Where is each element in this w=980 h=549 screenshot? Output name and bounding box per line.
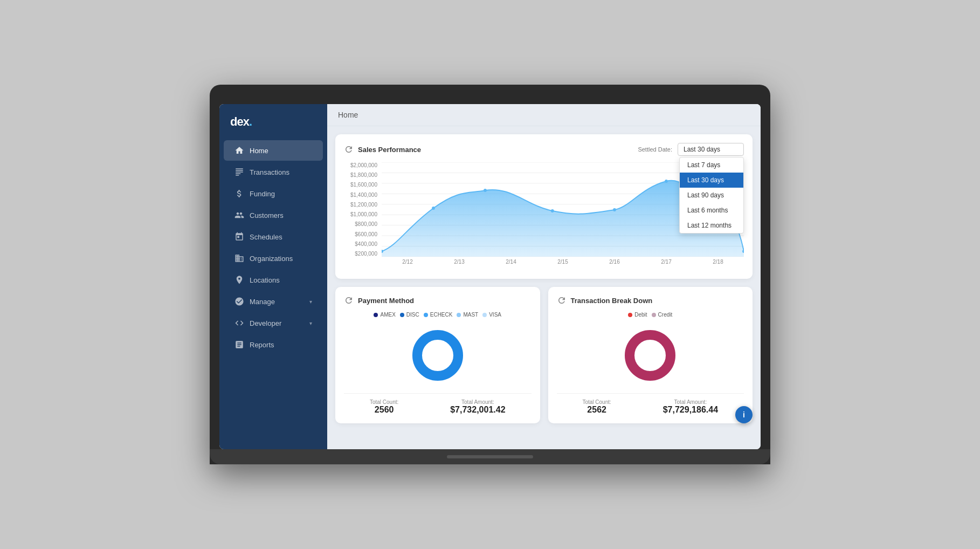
content-area: Sales Performance Settled Date: Last 7 d… bbox=[327, 126, 761, 431]
transaction-stats: Total Count: 2562 Total Amount: $7,729,1… bbox=[557, 393, 744, 415]
legend-dot-mast bbox=[457, 313, 461, 317]
y-label-5: $1,000,000 bbox=[350, 211, 377, 217]
manage-arrow: ▾ bbox=[309, 299, 312, 305]
sidebar-item-funding[interactable]: Funding bbox=[224, 183, 323, 204]
developer-icon bbox=[234, 318, 244, 328]
payment-title-row: Payment Method bbox=[344, 296, 414, 305]
sales-performance-card: Sales Performance Settled Date: Last 7 d… bbox=[335, 134, 753, 279]
y-label-4: $1,200,000 bbox=[350, 202, 377, 208]
y-label-9: $200,000 bbox=[355, 251, 377, 257]
sales-card-header: Sales Performance Settled Date: Last 7 d… bbox=[344, 143, 744, 156]
sidebar-item-developer[interactable]: Developer ▾ bbox=[224, 313, 323, 333]
sidebar-item-locations[interactable]: Locations bbox=[224, 270, 323, 290]
laptop-notch bbox=[441, 94, 539, 104]
data-point-5 bbox=[665, 180, 668, 183]
payment-amount-value: $7,732,001.42 bbox=[450, 405, 505, 415]
x-label-6: 2/18 bbox=[692, 259, 744, 265]
x-label-5: 2/17 bbox=[640, 259, 692, 265]
legend-mast: MAST bbox=[457, 312, 478, 318]
sidebar-label-customers: Customers bbox=[250, 211, 284, 219]
sidebar-item-transactions[interactable]: Transactions bbox=[224, 162, 323, 182]
transaction-count-stat: Total Count: 2562 bbox=[582, 399, 611, 415]
payment-legend: AMEX DISC ECHECK bbox=[344, 312, 532, 318]
dropdown-item-12months[interactable]: Last 12 months bbox=[680, 218, 743, 233]
manage-icon bbox=[234, 297, 244, 306]
payment-stats: Total Count: 2560 Total Amount: $7,732,0… bbox=[344, 393, 532, 415]
breadcrumb: Home bbox=[338, 111, 358, 119]
payment-refresh-icon bbox=[344, 296, 354, 305]
legend-visa: VISA bbox=[482, 312, 501, 318]
legend-dot-disc bbox=[400, 313, 404, 317]
transaction-amount-value: $7,729,186.44 bbox=[663, 405, 718, 415]
locations-icon bbox=[234, 275, 244, 285]
legend-label-visa: VISA bbox=[489, 312, 501, 318]
data-point-2 bbox=[484, 189, 487, 192]
sidebar-item-home[interactable]: Home bbox=[224, 140, 323, 161]
logo-dot: . bbox=[249, 115, 252, 128]
transaction-count-value: 2562 bbox=[582, 405, 611, 415]
x-label-0: 2/12 bbox=[382, 259, 433, 265]
sidebar-nav: Home Transactions Funding Customers bbox=[219, 140, 327, 449]
sidebar-label-funding: Funding bbox=[250, 190, 275, 198]
sidebar-label-schedules: Schedules bbox=[250, 233, 282, 241]
payment-amount-stat: Total Amount: $7,732,001.42 bbox=[450, 399, 505, 415]
legend-label-mast: MAST bbox=[463, 312, 478, 318]
y-label-7: $600,000 bbox=[355, 231, 377, 237]
dropdown-item-6months[interactable]: Last 6 months bbox=[680, 203, 743, 218]
legend-label-disc: DISC bbox=[406, 312, 419, 318]
sidebar: dex. Home Transactions Funding bbox=[219, 104, 327, 449]
y-label-2: $1,600,000 bbox=[350, 182, 377, 188]
data-point-4 bbox=[613, 208, 616, 211]
transaction-refresh-icon bbox=[557, 296, 567, 305]
legend-dot-visa bbox=[482, 313, 487, 317]
logo: dex. bbox=[219, 109, 327, 140]
data-point-1 bbox=[432, 207, 435, 210]
legend-debit: Debit bbox=[628, 312, 647, 318]
sidebar-label-reports: Reports bbox=[250, 341, 274, 349]
y-label-1: $1,800,000 bbox=[350, 172, 377, 178]
transaction-title-row: Transaction Break Down bbox=[557, 296, 653, 305]
payment-count-stat: Total Count: 2560 bbox=[370, 399, 398, 415]
date-selector: Settled Date: Last 7 days Last 30 days L… bbox=[638, 143, 744, 156]
donut-hole-payment bbox=[425, 342, 451, 368]
transaction-breakdown-card: Transaction Break Down Debit Credit bbox=[548, 287, 753, 423]
organizations-icon bbox=[234, 253, 244, 263]
legend-dot-credit bbox=[652, 313, 656, 317]
reports-icon bbox=[234, 340, 244, 349]
legend-disc: DISC bbox=[400, 312, 419, 318]
schedules-icon bbox=[234, 232, 244, 242]
x-label-3: 2/15 bbox=[537, 259, 589, 265]
dropdown-item-30days[interactable]: Last 30 days bbox=[680, 173, 743, 188]
transaction-donut-container bbox=[557, 323, 744, 388]
transaction-donut-svg bbox=[620, 326, 680, 385]
dropdown-item-90days[interactable]: Last 90 days bbox=[680, 188, 743, 203]
sidebar-item-schedules[interactable]: Schedules bbox=[224, 227, 323, 247]
settled-date-label: Settled Date: bbox=[638, 146, 672, 153]
payment-count-label: Total Count: bbox=[370, 399, 398, 405]
legend-dot-debit bbox=[628, 313, 632, 317]
dropdown-item-7days[interactable]: Last 7 days bbox=[680, 157, 743, 173]
date-dropdown[interactable]: Last 7 days Last 30 days Last 90 days La… bbox=[678, 143, 744, 156]
sidebar-item-manage[interactable]: Manage ▾ bbox=[224, 291, 323, 312]
info-button[interactable]: i bbox=[735, 406, 753, 423]
payment-card-header: Payment Method bbox=[344, 296, 532, 305]
sidebar-label-manage: Manage bbox=[250, 298, 275, 306]
payment-card-title: Payment Method bbox=[358, 297, 414, 305]
date-dropdown-wrapper[interactable]: Last 7 days Last 30 days Last 90 days La… bbox=[678, 143, 744, 156]
y-label-0: $2,000,000 bbox=[350, 162, 377, 168]
payment-count-value: 2560 bbox=[370, 405, 398, 415]
sidebar-label-home: Home bbox=[250, 147, 268, 155]
sidebar-item-customers[interactable]: Customers bbox=[224, 205, 323, 225]
sidebar-label-locations: Locations bbox=[250, 276, 280, 284]
sidebar-item-reports[interactable]: Reports bbox=[224, 334, 323, 355]
developer-arrow: ▾ bbox=[309, 320, 312, 326]
legend-dot-echeck bbox=[424, 313, 428, 317]
legend-label-debit: Debit bbox=[634, 312, 647, 318]
payment-method-card: Payment Method AMEX DISC bbox=[335, 287, 540, 423]
funding-icon bbox=[234, 189, 244, 198]
sidebar-item-organizations[interactable]: Organizations bbox=[224, 248, 323, 269]
home-icon bbox=[234, 146, 244, 155]
sidebar-label-developer: Developer bbox=[250, 319, 281, 327]
y-label-6: $800,000 bbox=[355, 221, 377, 227]
page-header: Home bbox=[327, 104, 761, 126]
